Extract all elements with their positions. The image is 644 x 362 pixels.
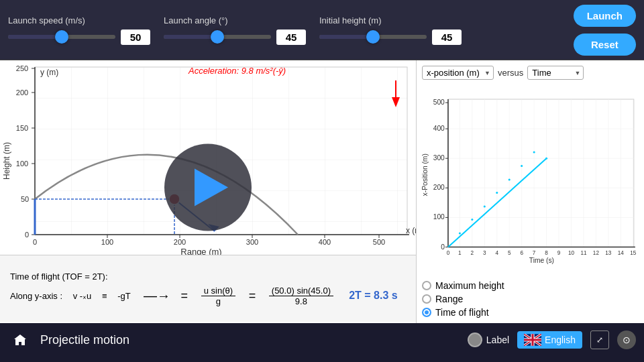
svg-text:15: 15 (630, 250, 637, 256)
svg-text:11: 11 (580, 250, 587, 256)
svg-text:500: 500 (433, 99, 445, 106)
radio-tof-indicator (422, 308, 431, 317)
eq-part2: -gT (117, 291, 131, 301)
top-bar: Launch speed (m/s) 50 Launch angle (°) 4… (0, 0, 644, 60)
axis-label: Along y-axis : (10, 291, 62, 301)
label-toggle[interactable]: Label (468, 333, 509, 347)
svg-point-99 (545, 158, 547, 160)
radio-options: Maximum height Range Time of flight (422, 280, 639, 318)
svg-point-94 (484, 205, 486, 207)
play-button[interactable] (164, 144, 252, 231)
svg-point-92 (459, 232, 461, 234)
radio-range-label: Range (435, 294, 463, 304)
equals-sign2: = (249, 289, 256, 303)
fraction2: (50.0) sin(45.0) 9.8 (269, 286, 333, 306)
svg-text:300: 300 (433, 154, 445, 162)
radio-time-of-flight[interactable]: Time of flight (422, 307, 639, 318)
fraction1: u sin(θ) g (201, 286, 235, 306)
svg-text:5: 5 (508, 250, 511, 256)
svg-text:300: 300 (246, 238, 258, 246)
tof-result: 2T = 8.3 s (349, 290, 398, 302)
svg-point-98 (533, 151, 535, 153)
frac1-den: g (213, 296, 223, 306)
launch-angle-track[interactable] (164, 35, 271, 39)
svg-text:Time (s): Time (s) (529, 257, 554, 264)
equation-main: Along y-axis : v -ₓu ≡ -gT —→ = u sin(θ)… (10, 286, 406, 306)
uk-flag-icon (524, 334, 541, 346)
label-toggle-indicator (468, 333, 482, 347)
svg-rect-39 (448, 99, 634, 247)
svg-text:1: 1 (458, 250, 462, 256)
svg-point-95 (496, 192, 498, 194)
svg-text:10: 10 (568, 250, 575, 256)
svg-text:Height (m): Height (m) (2, 142, 11, 180)
initial-height-value: 45 (432, 29, 462, 45)
launch-angle-label: Launch angle (°) (164, 15, 228, 25)
radio-max-height-label: Maximum height (435, 280, 504, 291)
launch-speed-control: Launch speed (m/s) 50 (8, 15, 150, 45)
arrow-right-icon: —→ (144, 288, 170, 304)
time-select[interactable]: Time x-position (527, 66, 584, 80)
initial-height-slider-row: 45 (319, 29, 462, 45)
eq-sign: ≡ (102, 291, 107, 301)
svg-text:50: 50 (21, 195, 29, 203)
svg-text:0: 0 (447, 250, 450, 256)
svg-text:9: 9 (557, 250, 561, 256)
svg-text:400: 400 (319, 238, 331, 246)
svg-text:x-Position (m): x-Position (m) (422, 154, 429, 196)
label-toggle-text: Label (486, 335, 509, 345)
launch-button[interactable]: Launch (574, 5, 636, 27)
versus-label: versus (498, 68, 523, 78)
svg-text:500: 500 (373, 238, 385, 246)
fullscreen-button[interactable]: ⤢ (590, 330, 609, 349)
svg-text:13: 13 (605, 250, 612, 256)
svg-text:0: 0 (441, 243, 445, 251)
frac2-den: 9.8 (292, 296, 310, 306)
launch-angle-value: 45 (276, 29, 306, 45)
language-label: English (545, 335, 576, 345)
svg-text:Range (m): Range (m) (180, 247, 221, 255)
svg-text:100: 100 (16, 160, 28, 168)
radio-range[interactable]: Range (422, 294, 639, 304)
radio-tof-label: Time of flight (435, 307, 489, 318)
play-icon (195, 169, 228, 206)
svg-text:0: 0 (25, 231, 29, 239)
svg-point-97 (521, 165, 523, 167)
app-title: Projectile motion (40, 333, 129, 347)
radio-max-height-indicator (422, 281, 431, 290)
launch-speed-track[interactable] (8, 35, 115, 39)
home-button[interactable] (8, 328, 32, 352)
radio-range-indicator (422, 294, 431, 304)
x-position-select-wrapper[interactable]: x-position (m) y-position (m) (422, 66, 494, 80)
tof-label: Time of flight (TOF = 2T): (10, 272, 108, 282)
svg-point-93 (471, 219, 473, 221)
projectile-canvas-area: Acceleration: 9.8 m/s²(-ŷ) 0 50 (0, 60, 417, 323)
language-button[interactable]: English (517, 331, 582, 349)
acceleration-label: Acceleration: 9.8 m/s²(-ŷ) (189, 66, 286, 76)
initial-height-track[interactable] (319, 35, 427, 39)
svg-text:6: 6 (520, 250, 523, 256)
main-area: Acceleration: 9.8 m/s²(-ŷ) 0 50 (0, 60, 644, 323)
bottom-bar: Projectile motion Label English ⤢ ⊙ (0, 323, 644, 357)
equation-tof-label: Time of flight (TOF = 2T): (10, 272, 406, 282)
svg-text:3: 3 (483, 250, 486, 256)
home-icon (13, 333, 28, 347)
svg-text:200: 200 (16, 88, 28, 97)
initial-height-control: Initial height (m) 45 (319, 15, 462, 45)
svg-text:8: 8 (545, 250, 548, 256)
svg-text:0: 0 (33, 238, 37, 246)
x-position-select[interactable]: x-position (m) y-position (m) (422, 66, 494, 80)
launch-speed-label: Launch speed (m/s) (8, 15, 85, 25)
svg-text:7: 7 (533, 250, 536, 256)
initial-height-label: Initial height (m) (319, 15, 381, 25)
svg-text:x (m): x (m) (406, 226, 416, 235)
time-select-wrapper[interactable]: Time x-position (527, 66, 584, 80)
svg-text:y (m): y (m) (40, 68, 58, 77)
launch-angle-slider-row: 45 (164, 29, 306, 45)
svg-text:100: 100 (433, 213, 445, 221)
equals-sign: = (181, 289, 189, 303)
radio-max-height[interactable]: Maximum height (422, 280, 639, 291)
reset-button[interactable]: Reset (574, 34, 636, 56)
eq-part1: v -ₓu (73, 291, 92, 301)
action-buttons: Launch Reset (574, 5, 636, 56)
